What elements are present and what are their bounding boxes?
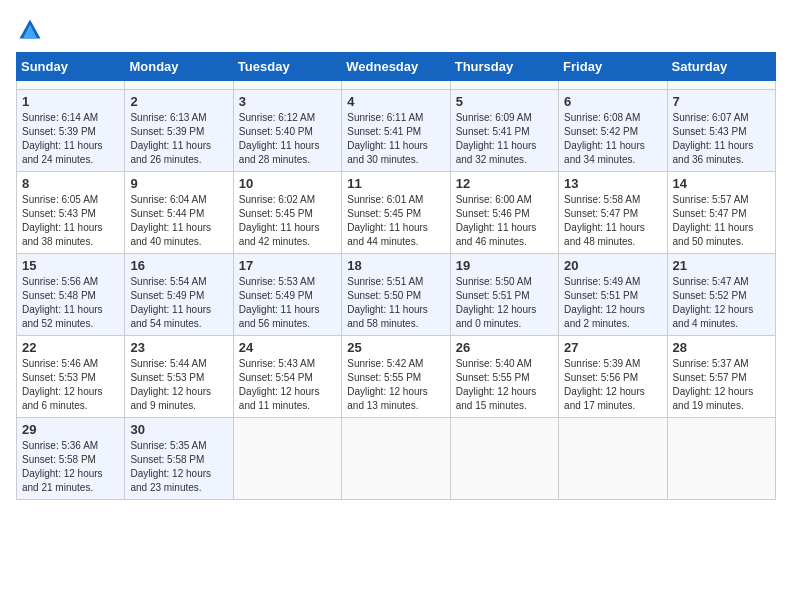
day-cell (450, 81, 558, 90)
day-info: Sunrise: 5:49 AMSunset: 5:51 PMDaylight:… (564, 275, 661, 331)
day-info: Sunrise: 6:14 AMSunset: 5:39 PMDaylight:… (22, 111, 119, 167)
day-cell: 26Sunrise: 5:40 AMSunset: 5:55 PMDayligh… (450, 336, 558, 418)
day-info: Sunrise: 6:12 AMSunset: 5:40 PMDaylight:… (239, 111, 336, 167)
day-cell: 4Sunrise: 6:11 AMSunset: 5:41 PMDaylight… (342, 90, 450, 172)
day-cell: 3Sunrise: 6:12 AMSunset: 5:40 PMDaylight… (233, 90, 341, 172)
header-saturday: Saturday (667, 53, 775, 81)
day-cell (342, 418, 450, 500)
day-info: Sunrise: 5:44 AMSunset: 5:53 PMDaylight:… (130, 357, 227, 413)
day-info: Sunrise: 6:02 AMSunset: 5:45 PMDaylight:… (239, 193, 336, 249)
day-cell: 19Sunrise: 5:50 AMSunset: 5:51 PMDayligh… (450, 254, 558, 336)
calendar-table: SundayMondayTuesdayWednesdayThursdayFrid… (16, 52, 776, 500)
day-info: Sunrise: 5:36 AMSunset: 5:58 PMDaylight:… (22, 439, 119, 495)
day-cell (342, 81, 450, 90)
header-wednesday: Wednesday (342, 53, 450, 81)
header-thursday: Thursday (450, 53, 558, 81)
day-cell: 18Sunrise: 5:51 AMSunset: 5:50 PMDayligh… (342, 254, 450, 336)
day-number: 26 (456, 340, 553, 355)
day-cell: 14Sunrise: 5:57 AMSunset: 5:47 PMDayligh… (667, 172, 775, 254)
day-info: Sunrise: 6:08 AMSunset: 5:42 PMDaylight:… (564, 111, 661, 167)
day-number: 1 (22, 94, 119, 109)
day-cell: 29Sunrise: 5:36 AMSunset: 5:58 PMDayligh… (17, 418, 125, 500)
week-row-0 (17, 81, 776, 90)
day-number: 28 (673, 340, 770, 355)
day-cell: 12Sunrise: 6:00 AMSunset: 5:46 PMDayligh… (450, 172, 558, 254)
day-cell: 15Sunrise: 5:56 AMSunset: 5:48 PMDayligh… (17, 254, 125, 336)
day-number: 11 (347, 176, 444, 191)
day-cell (559, 418, 667, 500)
day-info: Sunrise: 5:50 AMSunset: 5:51 PMDaylight:… (456, 275, 553, 331)
day-number: 12 (456, 176, 553, 191)
header-friday: Friday (559, 53, 667, 81)
day-info: Sunrise: 5:47 AMSunset: 5:52 PMDaylight:… (673, 275, 770, 331)
day-cell: 21Sunrise: 5:47 AMSunset: 5:52 PMDayligh… (667, 254, 775, 336)
day-info: Sunrise: 5:53 AMSunset: 5:49 PMDaylight:… (239, 275, 336, 331)
day-number: 3 (239, 94, 336, 109)
day-cell: 17Sunrise: 5:53 AMSunset: 5:49 PMDayligh… (233, 254, 341, 336)
day-number: 2 (130, 94, 227, 109)
day-cell: 20Sunrise: 5:49 AMSunset: 5:51 PMDayligh… (559, 254, 667, 336)
day-number: 17 (239, 258, 336, 273)
day-number: 21 (673, 258, 770, 273)
day-cell: 24Sunrise: 5:43 AMSunset: 5:54 PMDayligh… (233, 336, 341, 418)
day-info: Sunrise: 5:56 AMSunset: 5:48 PMDaylight:… (22, 275, 119, 331)
day-info: Sunrise: 5:51 AMSunset: 5:50 PMDaylight:… (347, 275, 444, 331)
day-info: Sunrise: 6:13 AMSunset: 5:39 PMDaylight:… (130, 111, 227, 167)
header-monday: Monday (125, 53, 233, 81)
day-cell (667, 418, 775, 500)
day-cell: 8Sunrise: 6:05 AMSunset: 5:43 PMDaylight… (17, 172, 125, 254)
day-number: 16 (130, 258, 227, 273)
day-info: Sunrise: 5:57 AMSunset: 5:47 PMDaylight:… (673, 193, 770, 249)
day-info: Sunrise: 5:54 AMSunset: 5:49 PMDaylight:… (130, 275, 227, 331)
day-number: 5 (456, 94, 553, 109)
day-number: 24 (239, 340, 336, 355)
header-sunday: Sunday (17, 53, 125, 81)
day-cell (559, 81, 667, 90)
week-row-2: 8Sunrise: 6:05 AMSunset: 5:43 PMDaylight… (17, 172, 776, 254)
day-cell: 13Sunrise: 5:58 AMSunset: 5:47 PMDayligh… (559, 172, 667, 254)
day-cell: 1Sunrise: 6:14 AMSunset: 5:39 PMDaylight… (17, 90, 125, 172)
day-info: Sunrise: 6:05 AMSunset: 5:43 PMDaylight:… (22, 193, 119, 249)
day-cell: 9Sunrise: 6:04 AMSunset: 5:44 PMDaylight… (125, 172, 233, 254)
week-row-4: 22Sunrise: 5:46 AMSunset: 5:53 PMDayligh… (17, 336, 776, 418)
day-number: 18 (347, 258, 444, 273)
day-info: Sunrise: 6:04 AMSunset: 5:44 PMDaylight:… (130, 193, 227, 249)
day-info: Sunrise: 6:07 AMSunset: 5:43 PMDaylight:… (673, 111, 770, 167)
day-number: 6 (564, 94, 661, 109)
day-cell (450, 418, 558, 500)
day-cell: 23Sunrise: 5:44 AMSunset: 5:53 PMDayligh… (125, 336, 233, 418)
day-number: 29 (22, 422, 119, 437)
header-tuesday: Tuesday (233, 53, 341, 81)
day-cell: 6Sunrise: 6:08 AMSunset: 5:42 PMDaylight… (559, 90, 667, 172)
day-number: 4 (347, 94, 444, 109)
day-number: 23 (130, 340, 227, 355)
day-cell: 10Sunrise: 6:02 AMSunset: 5:45 PMDayligh… (233, 172, 341, 254)
day-cell (125, 81, 233, 90)
day-cell (17, 81, 125, 90)
day-cell: 22Sunrise: 5:46 AMSunset: 5:53 PMDayligh… (17, 336, 125, 418)
day-number: 25 (347, 340, 444, 355)
logo-icon (16, 16, 44, 44)
day-info: Sunrise: 5:46 AMSunset: 5:53 PMDaylight:… (22, 357, 119, 413)
day-number: 27 (564, 340, 661, 355)
day-number: 7 (673, 94, 770, 109)
day-number: 30 (130, 422, 227, 437)
day-cell: 30Sunrise: 5:35 AMSunset: 5:58 PMDayligh… (125, 418, 233, 500)
day-number: 15 (22, 258, 119, 273)
day-info: Sunrise: 5:43 AMSunset: 5:54 PMDaylight:… (239, 357, 336, 413)
day-cell (233, 418, 341, 500)
day-info: Sunrise: 6:11 AMSunset: 5:41 PMDaylight:… (347, 111, 444, 167)
day-cell: 11Sunrise: 6:01 AMSunset: 5:45 PMDayligh… (342, 172, 450, 254)
week-row-5: 29Sunrise: 5:36 AMSunset: 5:58 PMDayligh… (17, 418, 776, 500)
day-info: Sunrise: 5:42 AMSunset: 5:55 PMDaylight:… (347, 357, 444, 413)
day-info: Sunrise: 6:09 AMSunset: 5:41 PMDaylight:… (456, 111, 553, 167)
day-number: 14 (673, 176, 770, 191)
day-cell (667, 81, 775, 90)
day-info: Sunrise: 6:01 AMSunset: 5:45 PMDaylight:… (347, 193, 444, 249)
day-cell: 25Sunrise: 5:42 AMSunset: 5:55 PMDayligh… (342, 336, 450, 418)
day-number: 10 (239, 176, 336, 191)
day-number: 20 (564, 258, 661, 273)
day-cell (233, 81, 341, 90)
header-row: SundayMondayTuesdayWednesdayThursdayFrid… (17, 53, 776, 81)
day-cell: 28Sunrise: 5:37 AMSunset: 5:57 PMDayligh… (667, 336, 775, 418)
